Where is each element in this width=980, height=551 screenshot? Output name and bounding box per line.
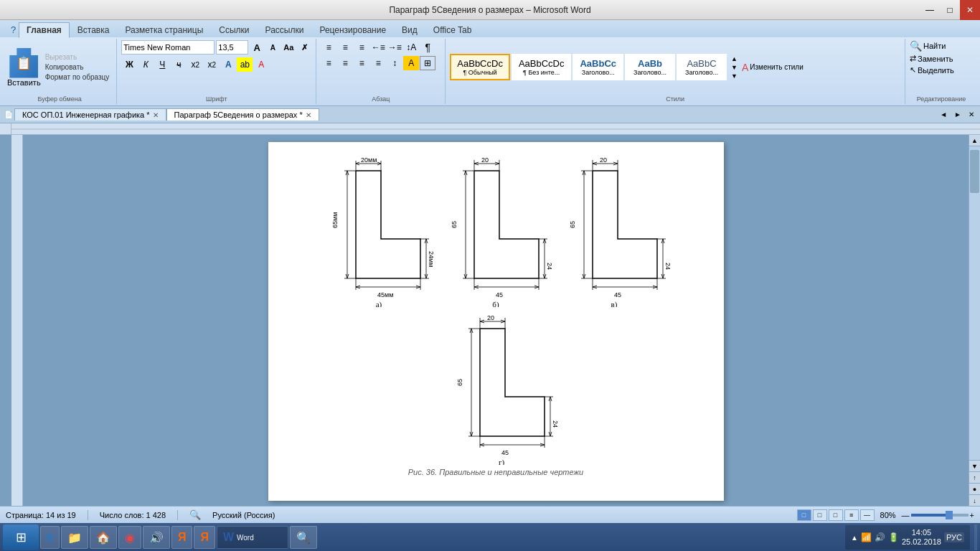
taskbar-word[interactable]: W Word: [217, 526, 288, 549]
select-button[interactable]: ↖ Выделить: [910, 65, 954, 75]
align-right-button[interactable]: ≡: [354, 56, 369, 70]
zoom-minus[interactable]: —: [902, 511, 910, 519]
font-name-input[interactable]: [121, 40, 215, 55]
format-painter-button[interactable]: Формат по образцу: [42, 72, 113, 82]
tab-review[interactable]: Рецензирование: [311, 22, 394, 37]
align-center-button[interactable]: ≡: [337, 56, 353, 70]
tab-mailings[interactable]: Рассылки: [258, 22, 312, 37]
scroll-up-arrow[interactable]: ▲: [969, 135, 980, 146]
replace-button[interactable]: ⇄ Заменить: [910, 54, 953, 63]
italic-button[interactable]: К: [138, 57, 154, 72]
page-down-button[interactable]: ↓: [969, 494, 980, 506]
paste-icon[interactable]: 📋: [9, 48, 38, 78]
style-heading2[interactable]: AaBb Заголово...: [625, 54, 675, 80]
tray-arrow[interactable]: ▲: [851, 534, 858, 542]
taskbar-ie[interactable]: e: [40, 526, 60, 549]
tab-page-layout[interactable]: Разметка страницы: [117, 22, 211, 37]
bullets-button[interactable]: ≡: [321, 40, 336, 55]
tab-help[interactable]: ?: [3, 22, 19, 37]
font-color-button[interactable]: A: [253, 57, 269, 72]
zoom-slider[interactable]: — +: [902, 511, 974, 519]
line-spacing-button[interactable]: ↕: [387, 56, 402, 70]
find-button[interactable]: 🔍 Найти: [910, 40, 946, 52]
clear-format-button[interactable]: ✗: [297, 40, 311, 55]
taskbar-explorer[interactable]: 📁: [61, 526, 88, 549]
taskbar-yandex2[interactable]: Я: [194, 526, 215, 549]
close-button[interactable]: ✕: [960, 0, 980, 20]
strikethrough-button[interactable]: ч: [171, 57, 187, 72]
doc-tab-2[interactable]: Параграф 5Сведения о размерах * ✕: [166, 108, 319, 121]
tab-view[interactable]: Вид: [394, 22, 425, 37]
tab-office-tab[interactable]: Office Tab: [425, 22, 480, 37]
show-marks-button[interactable]: ¶: [420, 40, 435, 55]
minimize-button[interactable]: —: [920, 0, 940, 20]
increase-indent-button[interactable]: →≡: [387, 40, 402, 55]
cut-button[interactable]: Вырезать: [42, 52, 113, 62]
styles-scroll: ▲ ▼ ▼: [731, 55, 738, 80]
copy-button[interactable]: Копировать: [42, 62, 113, 72]
styles-scroll-down[interactable]: ▼: [731, 64, 738, 71]
scroll-thumb[interactable]: [970, 150, 979, 193]
styles-more[interactable]: ▼: [731, 72, 738, 80]
web-layout-btn[interactable]: □: [829, 509, 843, 521]
show-desktop-button[interactable]: [974, 524, 977, 550]
draft-btn[interactable]: —: [860, 509, 875, 521]
print-layout-btn[interactable]: □: [797, 509, 811, 521]
superscript-button[interactable]: x2: [204, 57, 220, 72]
align-left-button[interactable]: ≡: [321, 56, 336, 70]
paste-button[interactable]: Вставить: [7, 78, 41, 87]
zoom-handle[interactable]: [946, 511, 953, 519]
maximize-button[interactable]: □: [940, 0, 960, 20]
shading-button[interactable]: A: [403, 56, 419, 70]
tab-scroll-left[interactable]: ◄: [937, 110, 950, 118]
keyboard-lang: РУС: [944, 532, 964, 542]
numbering-button[interactable]: ≡: [337, 40, 353, 55]
font-size-input[interactable]: [216, 40, 248, 55]
outline-btn[interactable]: ≡: [844, 509, 859, 521]
sort-button[interactable]: ↕A: [403, 40, 419, 55]
taskbar-chrome[interactable]: ◉: [118, 526, 141, 549]
tab-insert[interactable]: Вставка: [70, 22, 118, 37]
change-styles-button[interactable]: A Изменить стили: [742, 62, 804, 73]
underline-button[interactable]: Ч: [154, 57, 170, 72]
full-reading-btn[interactable]: □: [813, 509, 827, 521]
justify-button[interactable]: ≡: [370, 56, 386, 70]
borders-button[interactable]: ⊞: [420, 56, 435, 70]
tab-references[interactable]: Ссылки: [211, 22, 257, 37]
doc-tab-1-close[interactable]: ✕: [153, 111, 159, 119]
bold-button[interactable]: Ж: [121, 57, 137, 72]
text-effects-button[interactable]: A: [220, 57, 236, 72]
subscript-button[interactable]: x2: [187, 57, 203, 72]
tab-home[interactable]: Главная: [19, 22, 70, 38]
doc-column: 20мм 65мм: [11, 123, 980, 506]
text-highlight-button[interactable]: ab: [237, 57, 253, 72]
style-no-spacing[interactable]: AaBbCcDc ¶ Без инте...: [512, 54, 572, 80]
decrease-indent-button[interactable]: ←≡: [370, 40, 386, 55]
taskbar-home[interactable]: 🏠: [90, 526, 117, 549]
multilevel-list-button[interactable]: ≡: [354, 40, 369, 55]
page-up-button[interactable]: ↑: [969, 471, 980, 483]
start-button[interactable]: ⊞: [3, 524, 39, 550]
styles-scroll-up[interactable]: ▲: [731, 55, 738, 62]
taskbar-sound[interactable]: 🔊: [143, 526, 170, 549]
grow-font-button[interactable]: A: [250, 40, 264, 55]
tray-battery: 🔋: [888, 532, 899, 542]
doc-tab-2-close[interactable]: ✕: [306, 111, 311, 119]
style-heading1[interactable]: AaBbCc Заголово...: [573, 54, 623, 80]
scrollbar-vertical[interactable]: ▲ ▼ ↑ ● ↓: [969, 135, 980, 506]
style-normal[interactable]: AaBbCcDc ¶ Обычный: [450, 54, 510, 80]
tab-scroll-right[interactable]: ►: [951, 110, 964, 118]
taskbar-search[interactable]: 🔍: [290, 526, 317, 549]
doc-tab-1[interactable]: КОС ОП.01 Инженерная графика * ✕: [14, 108, 166, 121]
tab-close-all[interactable]: ✕: [966, 110, 977, 118]
taskbar: ⊞ e 📁 🏠 ◉ 🔊 Я Я W Word 🔍 ▲ 📶 🔊 🔋 14:05: [0, 523, 980, 551]
select-browse-object[interactable]: ●: [969, 483, 980, 494]
change-case-button[interactable]: Aa: [281, 40, 296, 55]
figure-g-svg: 20 65: [448, 314, 559, 465]
shrink-font-button[interactable]: A: [265, 40, 280, 55]
zoom-plus[interactable]: +: [970, 511, 974, 519]
doc-scroll-area[interactable]: 20мм 65мм: [23, 135, 969, 506]
taskbar-yandex1[interactable]: Я: [171, 526, 193, 549]
style-heading3[interactable]: AaBbC Заголово...: [677, 54, 727, 80]
scroll-down-arrow[interactable]: ▼: [969, 460, 980, 471]
